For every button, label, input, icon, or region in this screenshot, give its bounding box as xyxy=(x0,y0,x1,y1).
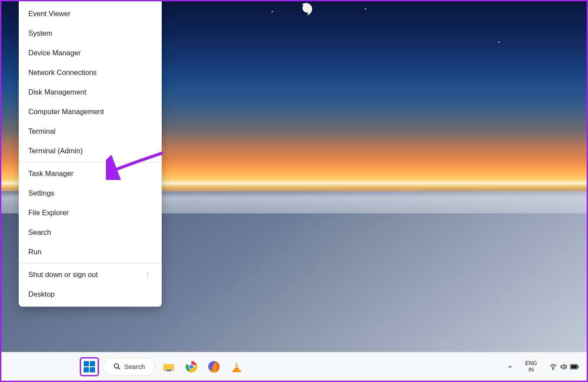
taskbar-app-firefox[interactable] xyxy=(205,358,223,376)
menu-item-shutdown[interactable]: Shut down or sign out〉 xyxy=(19,265,162,284)
menu-item-network-connections[interactable]: Network Connections xyxy=(19,63,162,82)
taskbar-app-file-explorer[interactable] xyxy=(160,358,178,376)
menu-item-device-manager[interactable]: Device Manager xyxy=(19,43,162,63)
taskbar-app-chrome[interactable] xyxy=(182,358,201,376)
menu-item-search[interactable]: Search xyxy=(19,223,162,242)
menu-item-run[interactable]: Run xyxy=(19,242,162,262)
menu-item-label: Search xyxy=(28,228,51,237)
svg-point-5 xyxy=(189,365,193,368)
menu-item-label: File Explorer xyxy=(28,209,69,217)
menu-item-label: Disk Management xyxy=(28,88,86,96)
menu-item-system[interactable]: System xyxy=(19,24,162,43)
menu-item-settings[interactable]: Settings xyxy=(19,183,162,203)
menu-item-desktop[interactable]: Desktop xyxy=(19,284,162,304)
svg-point-9 xyxy=(553,368,554,369)
chrome-icon xyxy=(185,360,198,373)
menu-item-label: System xyxy=(28,29,52,37)
menu-item-label: Task Manager xyxy=(28,169,74,178)
taskbar-app-vlc[interactable] xyxy=(228,358,246,376)
svg-rect-8 xyxy=(235,366,238,368)
folder-icon xyxy=(162,360,175,373)
menu-item-terminal-admin[interactable]: Terminal (Admin) xyxy=(19,141,162,161)
taskbar-search-button[interactable]: Search xyxy=(103,358,155,376)
vlc-cone-icon xyxy=(230,360,243,373)
menu-item-terminal[interactable]: Terminal xyxy=(19,122,162,141)
svg-rect-12 xyxy=(578,365,579,368)
svg-rect-7 xyxy=(235,363,238,365)
menu-item-task-manager[interactable]: Task Manager xyxy=(19,164,162,183)
svg-point-0 xyxy=(114,364,119,368)
firefox-icon xyxy=(207,360,221,373)
language-indicator[interactable]: ENG IN xyxy=(522,358,540,375)
menu-item-label: Terminal xyxy=(28,127,55,135)
wifi-icon xyxy=(549,363,557,371)
menu-item-label: Terminal (Admin) xyxy=(28,147,83,155)
battery-icon xyxy=(570,364,579,370)
menu-item-label: Run xyxy=(28,248,41,256)
svg-rect-2 xyxy=(166,369,171,371)
winx-context-menu: Event Viewer System Device Manager Netwo… xyxy=(19,1,162,307)
taskbar-center: Search xyxy=(80,357,246,376)
menu-item-computer-management[interactable]: Computer Management xyxy=(19,102,162,122)
menu-item-label: Network Connections xyxy=(28,68,97,77)
menu-separator xyxy=(19,263,162,264)
search-label: Search xyxy=(124,363,145,370)
star-decoration xyxy=(272,11,273,12)
taskbar: Search ENG IN xyxy=(1,352,587,381)
menu-item-file-explorer[interactable]: File Explorer xyxy=(19,203,162,223)
menu-separator xyxy=(19,162,162,162)
windows-logo-icon xyxy=(84,361,95,372)
svg-line-1 xyxy=(118,368,120,369)
star-decoration xyxy=(365,8,366,10)
star-decoration xyxy=(498,41,500,43)
chevron-up-icon xyxy=(507,364,513,370)
menu-item-label: Device Manager xyxy=(28,49,81,57)
menu-item-label: Event Viewer xyxy=(28,10,71,18)
menu-item-label: Desktop xyxy=(28,290,55,298)
search-icon xyxy=(113,363,121,370)
taskbar-right: ENG IN xyxy=(503,358,582,375)
chevron-right-icon: 〉 xyxy=(146,271,152,279)
moon-decoration xyxy=(300,3,312,15)
tray-overflow-button[interactable] xyxy=(503,358,517,375)
start-button[interactable] xyxy=(80,357,99,376)
menu-item-event-viewer[interactable]: Event Viewer xyxy=(19,4,162,24)
language-bottom: IN xyxy=(528,367,534,373)
language-top: ENG xyxy=(525,360,537,366)
menu-item-disk-management[interactable]: Disk Management xyxy=(19,82,162,102)
menu-item-label: Settings xyxy=(28,189,54,197)
system-tray[interactable] xyxy=(546,358,582,375)
svg-rect-11 xyxy=(571,365,577,368)
menu-item-label: Computer Management xyxy=(28,108,104,116)
volume-icon xyxy=(560,363,568,371)
menu-item-label: Shut down or sign out xyxy=(28,270,98,279)
